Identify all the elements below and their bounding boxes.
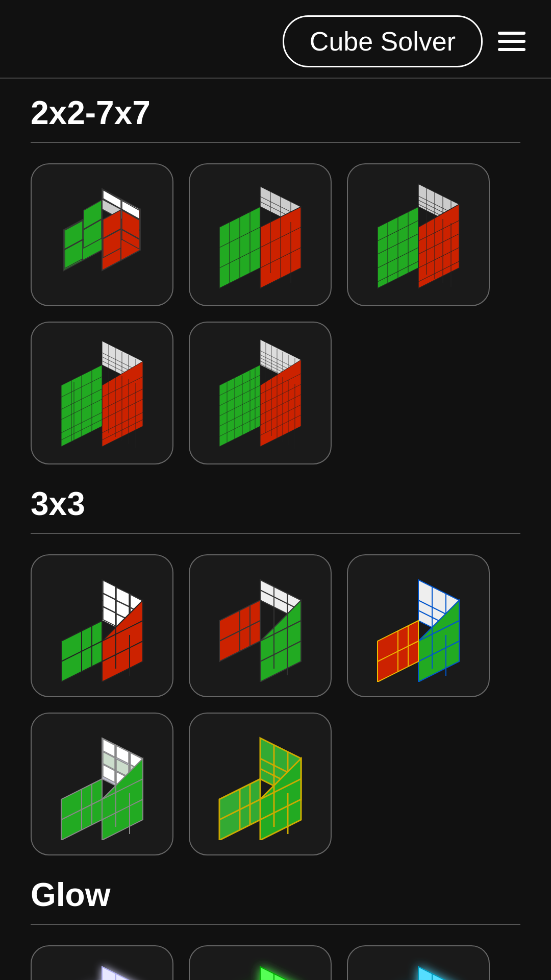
cube-item-3x3-colorful[interactable]	[347, 554, 490, 697]
cube-svg-4x4	[204, 179, 316, 291]
section-title-3x3: 3x3	[31, 485, 520, 523]
menu-button[interactable]	[493, 27, 531, 56]
cube-svg-3x3-gold	[204, 728, 316, 840]
app-header: Cube Solver	[0, 0, 551, 78]
section-2x2-7x7: 2x2-7x7	[0, 94, 551, 485]
section-glow: Glow	[0, 876, 551, 980]
section-title-2x2-7x7: 2x2-7x7	[31, 94, 520, 132]
section-3x3: 3x3	[0, 485, 551, 876]
cube-item-2x2[interactable]	[31, 163, 173, 306]
cube-grid-3x3	[31, 554, 520, 855]
header-divider	[0, 78, 551, 79]
svg-marker-249	[418, 967, 459, 980]
section-divider-2x2-7x7	[31, 142, 520, 143]
cube-item-glow-green[interactable]	[189, 945, 332, 980]
cube-svg-3x3-standard	[46, 570, 158, 682]
cube-svg-glow-blue	[362, 957, 474, 980]
cube-item-3x3-standard[interactable]	[31, 554, 173, 697]
cube-item-6x6[interactable]	[31, 322, 173, 464]
cube-grid-2x2-7x7	[31, 163, 520, 464]
hamburger-line-2	[498, 40, 525, 43]
svg-marker-159	[260, 600, 301, 682]
cube-svg-3x3-white	[204, 570, 316, 682]
cube-svg-3x3-colorful	[362, 570, 474, 682]
cube-item-4x4[interactable]	[189, 163, 332, 306]
svg-marker-48	[418, 204, 459, 288]
cube-svg-3x3-metal	[46, 728, 158, 840]
cube-svg-5x5	[362, 179, 474, 291]
cube-item-5x5[interactable]	[347, 163, 490, 306]
cube-solver-button[interactable]: Cube Solver	[283, 15, 483, 67]
cube-svg-glow-green	[204, 957, 316, 980]
svg-marker-75	[102, 361, 143, 447]
svg-marker-219	[102, 967, 143, 980]
cube-svg-6x6	[46, 337, 158, 449]
cube-svg-2x2	[46, 179, 158, 291]
cube-item-glow-white[interactable]	[31, 945, 173, 980]
cube-svg-glow-white	[46, 957, 158, 980]
svg-marker-234	[260, 967, 301, 980]
hamburger-line-1	[498, 32, 525, 35]
cube-item-3x3-white[interactable]	[189, 554, 332, 697]
cube-item-3x3-metal[interactable]	[31, 713, 173, 855]
hamburger-line-3	[498, 48, 525, 51]
cube-item-3x3-gold[interactable]	[189, 713, 332, 855]
section-divider-3x3	[31, 533, 520, 534]
cube-item-glow-blue[interactable]	[347, 945, 490, 980]
section-divider-glow	[31, 924, 520, 925]
section-title-glow: Glow	[31, 876, 520, 914]
cube-item-7x7[interactable]	[189, 322, 332, 464]
cube-svg-7x7	[204, 337, 316, 449]
cube-grid-glow	[31, 945, 520, 980]
